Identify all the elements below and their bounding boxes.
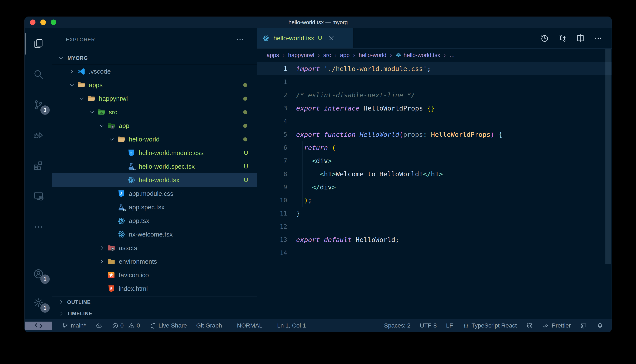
status-encoding[interactable]: UTF-8	[420, 322, 437, 329]
code-editor[interactable]: 1import './hello-world.module.css';12/* …	[257, 62, 611, 319]
status-notifications[interactable]	[596, 322, 603, 329]
tree-item-favicon-ico[interactable]: favicon.ico	[52, 268, 257, 282]
chevron-down-icon	[57, 54, 66, 62]
status-language-mode[interactable]: {}TypeScript React	[463, 322, 517, 329]
chevron-down-icon[interactable]	[77, 95, 86, 102]
activity-bar-item-extensions[interactable]	[25, 153, 52, 178]
chevron-down-icon[interactable]	[67, 81, 77, 89]
breadcrumb-item-hello-world-tsx[interactable]: hello-world.tsx	[395, 52, 440, 58]
tree-item-hello-world-spec-tsx[interactable]: TShello-world.spec.tsxU	[52, 160, 257, 173]
status-eol[interactable]: LF	[446, 322, 453, 329]
remote-indicator[interactable]	[25, 322, 52, 330]
activity-bar-item-remote-explorer[interactable]	[25, 184, 52, 209]
breadcrumb-item-hello-world[interactable]: hello-world	[359, 52, 386, 58]
vscode-window: hello-world.tsx — myorg 3 11 EXPLORER MY…	[25, 16, 612, 332]
status-vim-mode[interactable]: -- NORMAL --	[231, 322, 268, 329]
breadcrumb-item-happynrwl[interactable]: happynrwl	[288, 52, 314, 58]
panel-label: TIMELINE	[67, 310, 92, 316]
zoom-window-button[interactable]	[51, 20, 56, 25]
tree-item-label: app.tsx	[129, 217, 149, 224]
status-cursor-position[interactable]: Ln 1, Col 1	[277, 322, 306, 329]
explorer-more-actions-button[interactable]	[236, 36, 244, 44]
compare-changes-button[interactable]	[558, 34, 567, 43]
open-timeline-button[interactable]	[540, 34, 549, 43]
chevron-right-icon[interactable]	[97, 258, 106, 265]
status-live-share[interactable]: Live Share	[149, 322, 187, 329]
breadcrumb-label: hello-world	[359, 52, 386, 58]
breadcrumb-item-apps[interactable]: apps	[267, 52, 279, 58]
split-editor-button[interactable]	[576, 34, 585, 43]
tree-item-app-spec-tsx[interactable]: TSapp.spec.tsx	[52, 200, 257, 214]
close-tab-button[interactable]	[328, 34, 335, 42]
chevron-down-icon[interactable]	[97, 122, 106, 130]
minimize-window-button[interactable]	[40, 20, 46, 25]
chevron-down-icon	[99, 122, 105, 129]
status-sync[interactable]	[95, 322, 102, 329]
status-prettier[interactable]: Prettier	[543, 322, 571, 329]
search-icon	[33, 68, 44, 80]
breadcrumb-label: happynrwl	[288, 52, 314, 58]
tree-item-vscode[interactable]: .vscode	[52, 65, 257, 78]
more-actions-button[interactable]	[594, 34, 603, 43]
activity-bar-item-accounts[interactable]: 1	[25, 261, 52, 286]
workspace-section-header[interactable]: MYORG	[52, 52, 257, 65]
activity-bar-item-settings[interactable]: 1	[25, 290, 52, 315]
status-octoface[interactable]	[526, 322, 533, 329]
tree-item-assets[interactable]: assets	[52, 241, 257, 255]
breadcrumb-item-app[interactable]: app	[340, 52, 350, 58]
chevron-right-icon	[99, 258, 105, 265]
tree-item-environments[interactable]: environments	[52, 255, 257, 268]
chevron-right-icon[interactable]	[97, 244, 106, 252]
status-label: Prettier	[552, 322, 571, 329]
cloud-upload-icon	[95, 322, 102, 329]
vscode-icon	[77, 67, 86, 76]
tree-item-hello-world-module-css[interactable]: 3hello-world.module.cssU	[52, 146, 257, 160]
editor-group: hello-world.tsx U apps›happynrwl›src›app…	[257, 28, 611, 319]
line-number: 5	[257, 128, 296, 141]
tree-item-hello-world[interactable]: hello-world	[52, 132, 257, 146]
status-label: Ln 1, Col 1	[277, 322, 306, 329]
panel-outline[interactable]: OUTLINE	[52, 296, 257, 308]
panel-timeline[interactable]: TIMELINE	[52, 308, 257, 319]
editor-scrollbar[interactable]	[605, 49, 611, 264]
status-label: Spaces: 2	[384, 322, 411, 329]
chevron-spacer	[107, 217, 116, 225]
chevron-down-icon	[58, 55, 64, 61]
tree-item-app-module-css[interactable]: 3app.module.css	[52, 187, 257, 200]
close-window-button[interactable]	[30, 20, 36, 25]
status-problems[interactable]: 00	[112, 322, 140, 329]
chevron-down-icon[interactable]	[107, 136, 116, 143]
close-icon	[328, 34, 335, 42]
line-number: 8	[257, 167, 296, 180]
svg-text:</>: </>	[99, 112, 103, 115]
breadcrumb-item-src[interactable]: src	[323, 52, 331, 58]
tab-hello-world-tsx[interactable]: hello-world.tsx U	[257, 28, 353, 48]
source-control-badge: 3	[40, 106, 50, 115]
status-indentation[interactable]: Spaces: 2	[384, 322, 411, 329]
tree-item-src[interactable]: </>src	[52, 106, 257, 119]
react-icon	[127, 176, 136, 184]
chevron-right-icon[interactable]	[67, 68, 77, 75]
tree-item-nx-welcome-tsx[interactable]: nx-welcome.tsx	[52, 228, 257, 241]
breadcrumb-item-[interactable]: …	[449, 52, 455, 58]
svg-text:5: 5	[110, 287, 112, 291]
activity-bar-item-search[interactable]	[25, 62, 52, 87]
tree-item-index-html[interactable]: 5index.html	[52, 282, 257, 296]
tree-item-app[interactable]: app	[52, 119, 257, 132]
status-git-branch[interactable]: main*	[62, 322, 86, 329]
activity-bar-item-explorer[interactable]	[25, 31, 52, 56]
activity-bar-item-more[interactable]	[25, 214, 52, 240]
tree-item-app-tsx[interactable]: app.tsx	[52, 214, 257, 228]
status-git-graph[interactable]: Git Graph	[196, 322, 222, 329]
tree-item-label: index.html	[119, 285, 148, 292]
activity-bar-item-run-debug[interactable]	[25, 123, 52, 148]
chevron-down-icon[interactable]	[87, 108, 96, 116]
tree-item-apps[interactable]: apps	[52, 78, 257, 92]
tree-item-hello-world-tsx[interactable]: hello-world.tsxU	[52, 173, 257, 187]
git-modified-dot	[243, 124, 247, 128]
activity-bar-item-source-control[interactable]: 3	[25, 92, 52, 117]
status-feedback[interactable]	[580, 322, 587, 329]
tree-indent-guide	[108, 146, 108, 187]
tree-item-happynrwl[interactable]: happynrwl	[52, 92, 257, 106]
tree-item-label: .vscode	[89, 68, 111, 75]
